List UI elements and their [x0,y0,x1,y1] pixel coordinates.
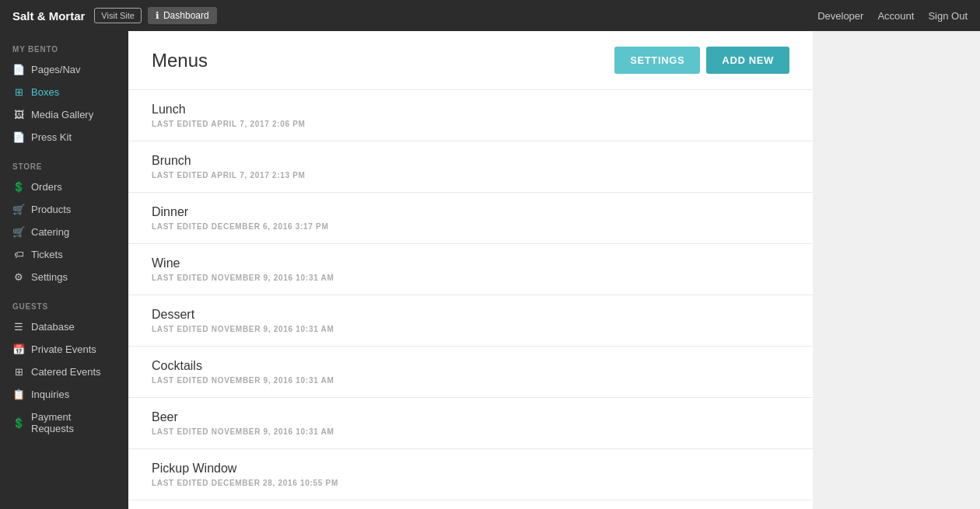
sidebar-item-payment-requests[interactable]: 💲 Payment Requests [0,406,128,440]
sidebar-item-inquiries[interactable]: 📋 Inquiries [0,383,128,406]
menu-item-name: Dinner [152,205,789,219]
sidebar-item-press-kit[interactable]: 📄 Press Kit [0,126,128,148]
sidebar-item-pages-nav[interactable]: 📄 Pages/Nav [0,58,128,81]
sidebar-label-media-gallery: Media Gallery [31,109,93,120]
section-label-my-bento: MY BENTO [0,31,128,58]
page-title: Menus [152,50,614,71]
sidebar-label-boxes: Boxes [31,86,59,98]
menu-item[interactable]: Dessert LAST EDITED NOVEMBER 9, 2016 10:… [128,295,813,347]
dashboard-label: Dashboard [163,10,209,21]
media-icon: 🖼 [12,109,25,120]
dashboard-button[interactable]: ℹ Dashboard [148,7,217,24]
menu-item[interactable]: Wine LAST EDITED NOVEMBER 9, 2016 10:31 … [128,244,813,295]
tickets-icon: 🏷 [12,249,25,260]
content-area: Menus SETTINGS ADD NEW Lunch LAST EDITED… [128,31,813,509]
page-icon: 📄 [12,64,25,75]
press-icon: 📄 [12,131,25,143]
sidebar-label-payment-requests: Payment Requests [31,411,116,434]
menu-item[interactable]: Beer LAST EDITED NOVEMBER 9, 2016 10:31 … [128,398,813,449]
menu-item-date: LAST EDITED DECEMBER 6, 2016 3:17 PM [152,222,789,231]
dashboard-icon: ℹ [156,10,159,21]
sidebar-label-inquiries: Inquiries [31,389,69,400]
sidebar-item-orders[interactable]: 💲 Orders [0,176,128,198]
sign-out-link[interactable]: Sign Out [928,10,968,22]
sidebar-item-boxes[interactable]: ⊞ Boxes [0,81,128,103]
menu-item-name: Pickup Window [152,462,789,476]
menu-item[interactable]: Dinner LAST EDITED DECEMBER 6, 2016 3:17… [128,193,813,244]
section-label-guests: GUESTS [0,288,128,316]
right-panel [813,31,980,509]
content-header: Menus SETTINGS ADD NEW [128,31,813,90]
menu-item-date: LAST EDITED NOVEMBER 9, 2016 10:31 AM [152,274,789,282]
menu-item-date: LAST EDITED APRIL 7, 2017 2:13 PM [152,171,789,180]
catering-icon: 🛒 [12,226,25,238]
sidebar-label-pages-nav: Pages/Nav [31,64,81,75]
boxes-icon: ⊞ [12,86,25,98]
products-icon: 🛒 [12,204,25,215]
menu-list: Lunch LAST EDITED APRIL 7, 2017 2:06 PM … [128,90,813,509]
menu-item[interactable]: Brunch LAST EDITED APRIL 7, 2017 2:13 PM [128,141,813,193]
menu-item[interactable]: Pickup Window LAST EDITED DECEMBER 28, 2… [128,449,813,500]
sidebar-label-settings: Settings [31,271,68,283]
sidebar-label-orders: Orders [31,181,62,193]
section-label-store: STORE [0,148,128,176]
sidebar-item-products[interactable]: 🛒 Products [0,198,128,221]
private-events-icon: 📅 [12,343,25,355]
brand-name: Salt & Mortar [12,9,85,23]
menu-item-name: Beer [152,410,789,424]
payment-requests-icon: 💲 [12,417,25,429]
sidebar-label-press-kit: Press Kit [31,131,72,143]
sidebar-item-catering[interactable]: 🛒 Catering [0,221,128,243]
settings-button[interactable]: SETTINGS [614,47,700,74]
menu-item-name: Dessert [152,308,789,322]
sidebar-label-catering: Catering [31,226,69,238]
menu-item-date: LAST EDITED NOVEMBER 9, 2016 10:31 AM [152,427,789,436]
developer-link[interactable]: Developer [817,10,863,22]
menu-item[interactable]: Cocktails LAST EDITED NOVEMBER 9, 2016 1… [128,347,813,398]
menu-item-date: LAST EDITED DECEMBER 28, 2016 10:55 PM [152,479,789,487]
menu-item-date: LAST EDITED NOVEMBER 9, 2016 10:31 AM [152,325,789,333]
account-link[interactable]: Account [877,10,914,22]
top-nav-right: Developer Account Sign Out [817,10,968,22]
catered-events-icon: ⊞ [12,366,25,378]
database-icon: ☰ [12,321,25,333]
menu-item-name: Wine [152,256,789,270]
sidebar-label-catered-events: Catered Events [31,366,101,378]
menu-item-date: LAST EDITED NOVEMBER 9, 2016 10:31 AM [152,376,789,385]
sidebar-item-media-gallery[interactable]: 🖼 Media Gallery [0,103,128,126]
menu-item-name: Cocktails [152,359,789,373]
inquiries-icon: 📋 [12,389,25,400]
visit-site-button[interactable]: Visit Site [94,8,142,23]
menu-item-date: LAST EDITED APRIL 7, 2017 2:06 PM [152,120,789,128]
sidebar-label-tickets: Tickets [31,249,63,260]
sidebar-item-private-events[interactable]: 📅 Private Events [0,338,128,361]
sidebar-item-catered-events[interactable]: ⊞ Catered Events [0,361,128,383]
top-nav: Salt & Mortar Visit Site ℹ Dashboard Dev… [0,0,980,31]
sidebar-label-products: Products [31,204,71,215]
sidebar-item-database[interactable]: ☰ Database [0,316,128,338]
menu-item-name: Brunch [152,154,789,168]
sidebar-item-tickets[interactable]: 🏷 Tickets [0,243,128,266]
settings-icon: ⚙ [12,271,25,283]
sidebar-label-database: Database [31,321,75,333]
sidebar-label-private-events: Private Events [31,343,96,355]
menu-item[interactable]: Lunch LAST EDITED APRIL 7, 2017 2:06 PM [128,90,813,141]
add-new-button[interactable]: ADD NEW [706,47,789,74]
menu-item-name: Lunch [152,103,789,117]
sidebar: MY BENTO 📄 Pages/Nav ⊞ Boxes 🖼 Media Gal… [0,31,128,509]
main-layout: MY BENTO 📄 Pages/Nav ⊞ Boxes 🖼 Media Gal… [0,31,980,509]
sidebar-item-settings[interactable]: ⚙ Settings [0,266,128,288]
orders-icon: 💲 [12,181,25,193]
